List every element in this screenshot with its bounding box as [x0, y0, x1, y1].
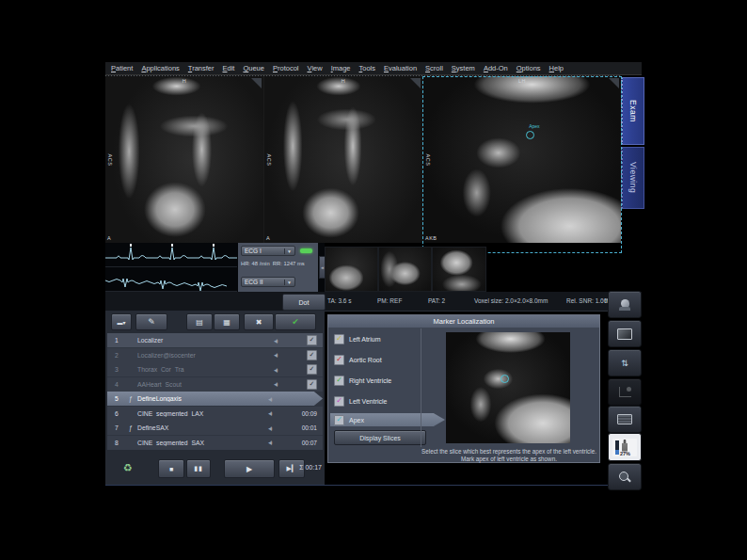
tab-exam[interactable]: Exam [621, 77, 644, 145]
thumbnail-3[interactable] [432, 247, 486, 292]
open-folder-button[interactable]: ▤ [186, 313, 213, 330]
marker-image-zone [421, 328, 600, 447]
ecg-trace-lead1 [105, 243, 237, 267]
corner-fold-icon[interactable] [251, 78, 262, 88]
step-menu-button[interactable]: ▬▾ [111, 313, 132, 330]
ecg-lead1-select[interactable]: ECG I▼ [241, 246, 295, 256]
row-number: 2 [107, 352, 126, 359]
row-number: 4 [107, 381, 126, 388]
menu-scroll[interactable]: Scroll [425, 64, 443, 72]
menu-addon[interactable]: Add-On [484, 64, 508, 72]
row-number: 8 [107, 440, 126, 446]
edit-protocol-button[interactable]: ✎ [135, 313, 167, 330]
table-position-button[interactable]: 27% [608, 433, 642, 461]
protocol-row-4[interactable]: 4 AAHeart_Scout ◀) ✓ [107, 377, 323, 392]
marker-localization-panel: Marker Localization ✓ Left Atrium ✓ Aort… [327, 314, 600, 463]
dot-button[interactable]: Dot [282, 294, 326, 311]
corner-fold-icon[interactable] [410, 78, 421, 88]
viewport-2[interactable]: H ACS A [264, 76, 423, 243]
check-icon[interactable]: ✓ [334, 415, 344, 425]
zoom-search-button[interactable] [608, 463, 642, 490]
marker-label: Right Ventricle [349, 377, 391, 384]
transfer-arrows-icon: ⇅ [621, 359, 628, 368]
protocol-row-7[interactable]: 7 ƒ DefineSAX ◀) 00:01 [107, 421, 323, 435]
scan-time: 00:01 [285, 424, 323, 431]
marker-item-aortic-root[interactable]: ✓ Aortic Root [334, 353, 382, 366]
menu-applications[interactable]: Applications [141, 64, 179, 72]
console-button[interactable] [608, 406, 642, 433]
check-icon[interactable]: ✓ [334, 396, 344, 407]
tab-viewing[interactable]: Viewing [621, 147, 644, 209]
chevron-down-icon: ▼ [284, 280, 292, 285]
trash-button[interactable]: ♻ [119, 459, 137, 476]
stop-button[interactable]: ■ [158, 459, 184, 478]
apex-marker[interactable]: Apex [526, 131, 534, 139]
menu-edit[interactable]: Edit [223, 64, 235, 72]
menu-image[interactable]: Image [331, 64, 351, 72]
thumbnail-2[interactable] [378, 247, 432, 292]
pause-button[interactable]: ▮▮ [186, 459, 211, 478]
protocol-queue-panel: ▬▾ ✎ ▤ ▦ ✖ ✔ 1 Localizer ◀) ✓ 2 Localize… [105, 311, 325, 485]
confirm-button[interactable]: ✔ [275, 313, 316, 330]
patient-transfer-button[interactable]: ⇅ [608, 349, 642, 376]
menu-tools[interactable]: Tools [359, 64, 376, 72]
menu-transfer[interactable]: Transfer [188, 64, 215, 72]
copy-reference-checkbox[interactable]: ✓ [307, 350, 317, 360]
speaker-icon: ◀) [274, 352, 291, 358]
orientation-label: ACS [107, 153, 113, 166]
ecg-signal-led [300, 248, 312, 253]
thumbnail-1[interactable] [325, 247, 378, 292]
protocol-row-2[interactable]: 2 Localizer@isocenter ◀) ✓ [107, 348, 323, 362]
cancel-button[interactable]: ✖ [244, 313, 274, 330]
connection-button[interactable] [608, 378, 642, 406]
protocol-name: CINE_segmented_SAX [135, 440, 268, 446]
chevron-down-icon: ▼ [284, 248, 292, 254]
patient-head-button[interactable] [608, 291, 642, 318]
network-icon [619, 387, 631, 397]
application-window: Patient Applications Transfer Edit Queue… [105, 62, 642, 486]
check-icon[interactable]: ✓ [334, 334, 344, 344]
viewport-1[interactable]: H ACS A [105, 76, 264, 243]
check-icon[interactable]: ✓ [334, 376, 344, 386]
protocol-row-6[interactable]: 6 CINE_segmented_LAX ◀) 00:09 [107, 407, 323, 421]
panel-title: Marker Localization [328, 315, 599, 328]
menu-system[interactable]: System [452, 64, 475, 72]
corner-fold-icon[interactable] [609, 78, 619, 88]
marker-instructions: Select the slice which best represents t… [419, 448, 599, 462]
playback-bar: ♻ ■ ▮▮ ▶ ▶▎ Σ 00:17 [105, 455, 325, 483]
menu-bar: Patient Applications Transfer Edit Queue… [105, 62, 642, 75]
display-slices-button[interactable]: Display Slices [334, 430, 426, 445]
menu-queue[interactable]: Queue [243, 64, 264, 72]
protocol-row-8[interactable]: 8 CINE_segmented_SAX ◀) 00:07 [107, 436, 323, 450]
speaker-icon: ◀) [268, 425, 285, 431]
menu-evaluation[interactable]: Evaluation [384, 64, 417, 72]
marker-reference-image[interactable] [446, 332, 570, 443]
marker-label: Left Ventricle [349, 398, 387, 405]
menu-help[interactable]: Help [549, 64, 564, 72]
copy-reference-checkbox[interactable]: ✓ [307, 364, 317, 375]
marker-item-right-ventricle[interactable]: ✓ Right Ventricle [334, 374, 391, 387]
menu-patient[interactable]: Patient [111, 64, 133, 72]
row-number: 7 [107, 424, 126, 431]
viewport-3-selected[interactable]: LH ACS AKB Apex [423, 76, 621, 243]
console-icon [617, 414, 632, 424]
protocol-row-1[interactable]: 1 Localizer ◀) ✓ [107, 333, 323, 347]
marker-item-left-ventricle[interactable]: ✓ Left Ventricle [334, 394, 387, 408]
protocol-row-5-selected[interactable]: 5 ƒ DefineLongaxis ◀) [107, 392, 323, 406]
play-button[interactable]: ▶ [224, 459, 275, 478]
speaker-icon: ◀) [274, 367, 291, 373]
check-icon[interactable]: ✓ [334, 355, 344, 365]
status-pat: PAT: 2 [428, 297, 445, 304]
monitor-icon [617, 328, 632, 340]
copy-reference-checkbox[interactable]: ✓ [307, 335, 317, 345]
mri-image-sagittal [423, 76, 621, 243]
marker-item-left-atrium[interactable]: ✓ Left Atrium [334, 332, 380, 345]
ecg-lead2-select[interactable]: ECG II▼ [241, 277, 295, 287]
copy-button[interactable]: ▦ [214, 313, 240, 330]
copy-reference-checkbox[interactable]: ✓ [307, 379, 317, 390]
protocol-row-3[interactable]: 3 Thorax_Cor_Tra ◀) ✓ [107, 362, 323, 376]
image-display-button[interactable] [608, 320, 642, 347]
menu-view[interactable]: View [308, 64, 323, 72]
menu-options[interactable]: Options [517, 64, 541, 72]
menu-protocol[interactable]: Protocol [273, 64, 299, 72]
